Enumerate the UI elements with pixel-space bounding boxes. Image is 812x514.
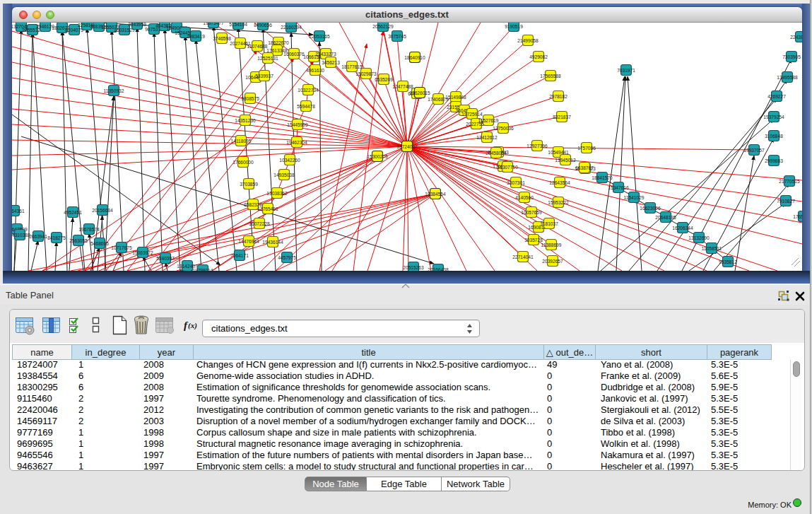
svg-text:12477488: 12477488: [392, 84, 413, 89]
svg-text:19379254: 19379254: [763, 115, 784, 119]
svg-text:4961630: 4961630: [306, 68, 324, 73]
svg-text:20156684: 20156684: [92, 208, 113, 213]
svg-text:14118095: 14118095: [231, 139, 252, 144]
svg-text:15029873: 15029873: [355, 71, 377, 76]
svg-text:9308575: 9308575: [241, 96, 259, 101]
svg-text:14351230: 14351230: [235, 118, 256, 123]
svg-text:8204075: 8204075: [65, 28, 83, 33]
svg-text:2978182: 2978182: [549, 94, 567, 99]
svg-text:2563055: 2563055: [69, 238, 88, 243]
svg-text:4457975: 4457975: [278, 255, 296, 260]
svg-text:3075745: 3075745: [388, 34, 406, 39]
svg-text:20166438: 20166438: [428, 267, 449, 271]
svg-text:20458054: 20458054: [486, 151, 507, 156]
svg-text:18640910: 18640910: [404, 55, 425, 60]
svg-text:12525131: 12525131: [257, 56, 278, 61]
svg-text:20392657: 20392657: [542, 259, 563, 264]
svg-text:7303905: 7303905: [782, 54, 801, 59]
svg-text:19725914: 19725914: [461, 112, 483, 117]
svg-text:10322734: 10322734: [298, 88, 319, 93]
svg-text:10717675: 10717675: [111, 245, 132, 250]
svg-text:16060376: 16060376: [283, 52, 305, 57]
svg-text:14310388: 14310388: [12, 233, 30, 238]
svg-text:10549441: 10549441: [548, 150, 569, 155]
svg-text:7064171: 7064171: [230, 253, 249, 258]
svg-text:14476944: 14476944: [238, 239, 259, 244]
svg-text:22160294: 22160294: [281, 25, 302, 30]
svg-text:6638767: 6638767: [575, 165, 594, 170]
svg-text:9335812: 9335812: [719, 259, 737, 264]
svg-text:3703859: 3703859: [240, 182, 258, 187]
svg-text:13945012: 13945012: [555, 158, 576, 163]
svg-text:19462304: 19462304: [286, 140, 307, 145]
svg-text:11058511: 11058511: [702, 246, 722, 251]
svg-text:4269227: 4269227: [767, 94, 786, 99]
svg-text:19937057: 19937057: [743, 148, 765, 153]
svg-text:13495588: 13495588: [777, 75, 798, 80]
svg-text:13765491: 13765491: [257, 206, 278, 211]
svg-text:15063972: 15063972: [132, 250, 153, 255]
svg-text:5154104: 5154104: [229, 23, 247, 27]
svg-text:15445909: 15445909: [287, 122, 308, 127]
svg-text:5594478: 5594478: [297, 104, 315, 109]
svg-text:11527619: 11527619: [478, 118, 499, 123]
svg-text:18841570: 18841570: [592, 175, 613, 180]
svg-text:12927396: 12927396: [526, 144, 548, 148]
svg-text:11350932: 11350932: [104, 88, 124, 93]
svg-text:9190519: 9190519: [505, 24, 523, 29]
svg-text:2999883: 2999883: [765, 158, 783, 163]
svg-text:14935038: 14935038: [273, 173, 295, 177]
svg-text:3456213: 3456213: [322, 60, 340, 65]
svg-text:13038362: 13038362: [266, 191, 288, 196]
svg-text:6535209: 6535209: [375, 77, 393, 82]
svg-text:4952451: 4952451: [64, 210, 82, 215]
svg-text:8490656: 8490656: [254, 23, 272, 28]
svg-text:4929082: 4929082: [529, 54, 548, 59]
svg-text:16623006: 16623006: [640, 206, 661, 211]
svg-text:3181037: 3181037: [540, 221, 558, 226]
svg-text:11074688: 11074688: [247, 44, 268, 49]
svg-text:5339937: 5339937: [255, 74, 273, 78]
svg-text:7910827: 7910827: [777, 199, 795, 204]
svg-text:18177615: 18177615: [341, 64, 363, 69]
svg-text:15347616: 15347616: [608, 185, 629, 190]
svg-text:15149848: 15149848: [445, 95, 466, 100]
svg-text:3307301: 3307301: [507, 180, 525, 185]
svg-text:19678574: 19678574: [78, 227, 100, 232]
svg-text:16307710: 16307710: [497, 165, 518, 170]
svg-text:3746598: 3746598: [213, 36, 231, 41]
svg-text:10057659: 10057659: [521, 210, 542, 215]
svg-text:12750036: 12750036: [493, 126, 514, 131]
svg-text:22438378: 22438378: [790, 35, 802, 40]
svg-text:16206344: 16206344: [672, 226, 693, 230]
svg-text:3106848: 3106848: [765, 134, 783, 139]
svg-text:19799114: 19799114: [193, 268, 213, 271]
svg-text:15953222: 15953222: [548, 200, 569, 205]
svg-text:8418275: 8418275: [47, 235, 66, 240]
svg-text:4140560: 4140560: [515, 195, 534, 200]
svg-text:13132690: 13132690: [688, 235, 710, 240]
svg-text:11541029: 11541029: [624, 195, 645, 200]
svg-text:18622670: 18622670: [268, 40, 289, 45]
svg-text:19384554: 19384554: [425, 192, 446, 197]
svg-text:21499058: 21499058: [517, 38, 539, 43]
svg-text:5840397: 5840397: [156, 256, 175, 261]
svg-text:3035728: 3035728: [524, 238, 543, 243]
svg-text:(x): (x): [188, 321, 197, 330]
svg-text:12643564: 12643564: [549, 180, 570, 185]
svg-text:13626015: 13626015: [409, 90, 430, 95]
svg-text:12412612: 12412612: [476, 135, 498, 140]
svg-text:20515263: 20515263: [403, 265, 424, 270]
svg-text:21433273: 21433273: [315, 52, 336, 57]
svg-text:5468605: 5468605: [90, 241, 109, 246]
svg-text:19436144: 19436144: [262, 240, 283, 245]
svg-text:20648195: 20648195: [655, 215, 676, 220]
svg-text:18724007: 18724007: [396, 144, 418, 149]
svg-text:7031971: 7031971: [617, 68, 635, 73]
svg-text:20364361: 20364361: [12, 209, 25, 214]
svg-text:2983419: 2983419: [187, 34, 205, 39]
svg-text:10342260: 10342260: [279, 158, 300, 163]
svg-text:15300275: 15300275: [367, 154, 388, 159]
svg-text:8321837: 8321837: [553, 115, 571, 119]
svg-text:19973477: 19973477: [203, 23, 224, 25]
